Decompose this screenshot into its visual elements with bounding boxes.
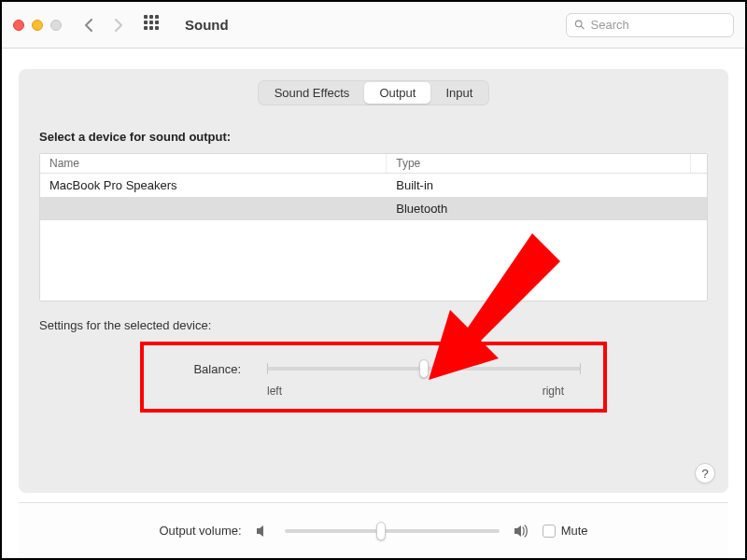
balance-endpoint-labels: left right xyxy=(267,385,581,398)
search-input[interactable] xyxy=(591,18,726,32)
tab-bar: Sound Effects Output Input xyxy=(19,80,728,105)
back-button[interactable] xyxy=(78,13,99,37)
help-button[interactable]: ? xyxy=(695,463,715,483)
balance-slider-thumb[interactable] xyxy=(419,359,429,378)
close-window-button[interactable] xyxy=(13,20,24,31)
table-row[interactable]: MacBook Pro Speakers Built-in xyxy=(40,174,707,197)
balance-left-label: left xyxy=(267,385,282,398)
table-header: Name Type xyxy=(40,154,707,174)
window-title: Sound xyxy=(185,17,229,33)
show-all-prefs-button[interactable] xyxy=(144,15,164,35)
device-type: Bluetooth xyxy=(387,197,707,220)
mute-label: Mute xyxy=(561,524,588,538)
balance-row: Balance: xyxy=(166,360,581,377)
selected-device-settings-heading: Settings for the selected device: xyxy=(39,318,728,332)
volume-slider-thumb[interactable] xyxy=(376,522,386,540)
traffic-lights xyxy=(13,20,62,31)
segmented-control: Sound Effects Output Input xyxy=(258,80,490,105)
tab-output[interactable]: Output xyxy=(364,82,430,104)
balance-right-label: right xyxy=(543,385,564,398)
tab-sound-effects[interactable]: Sound Effects xyxy=(260,82,365,104)
minimize-window-button[interactable] xyxy=(32,20,43,31)
mute-checkbox[interactable] xyxy=(543,525,556,538)
search-icon xyxy=(574,19,585,31)
balance-label: Balance: xyxy=(166,362,241,376)
column-type[interactable]: Type xyxy=(387,154,690,173)
mute-control[interactable]: Mute xyxy=(543,524,588,538)
table-row[interactable]: Bluetooth xyxy=(40,197,707,220)
device-type: Built-in xyxy=(387,174,707,197)
speaker-low-icon xyxy=(255,523,272,539)
zoom-window-button[interactable] xyxy=(50,20,62,31)
balance-slider[interactable] xyxy=(267,360,581,377)
output-volume-label: Output volume: xyxy=(159,524,241,538)
device-list-heading: Select a device for sound output: xyxy=(39,130,728,144)
preferences-panel: Sound Effects Output Input Select a devi… xyxy=(19,69,728,493)
tab-input[interactable]: Input xyxy=(430,82,487,104)
column-name[interactable]: Name xyxy=(40,154,387,173)
balance-highlight-box: Balance: left right xyxy=(140,342,607,413)
output-volume-slider[interactable] xyxy=(285,523,500,539)
table-body: MacBook Pro Speakers Built-in Bluetooth xyxy=(40,174,707,301)
device-name xyxy=(40,197,387,220)
forward-button[interactable] xyxy=(108,13,129,37)
search-field[interactable] xyxy=(566,13,734,37)
output-device-table: Name Type MacBook Pro Speakers Built-in … xyxy=(39,153,708,301)
svg-line-1 xyxy=(581,26,584,29)
window-toolbar: Sound xyxy=(2,2,745,49)
speaker-high-icon xyxy=(513,523,529,539)
output-volume-footer: Output volume: Mute xyxy=(19,502,728,558)
device-name: MacBook Pro Speakers xyxy=(40,174,387,197)
